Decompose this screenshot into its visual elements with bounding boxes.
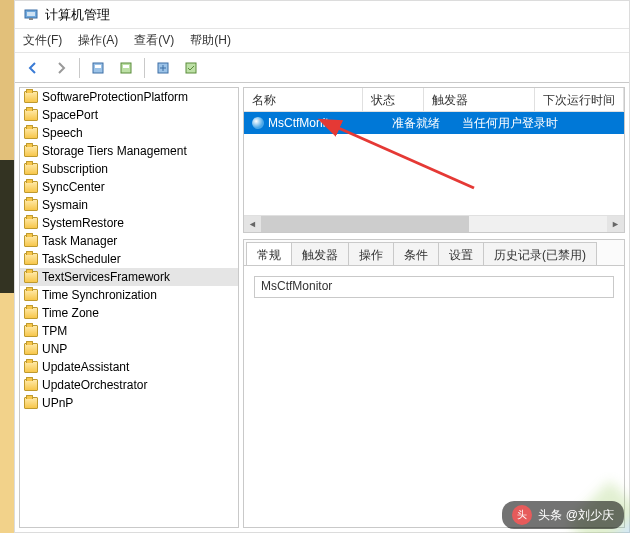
computer-management-window: 计算机管理 文件(F) 操作(A) 查看(V) 帮助(H) SoftwarePr… (14, 0, 630, 533)
tab-history[interactable]: 历史记录(已禁用) (483, 242, 597, 265)
forward-button[interactable] (49, 56, 73, 80)
tree-item[interactable]: Subscription (20, 160, 238, 178)
tree-item[interactable]: SoftwareProtectionPlatform (20, 88, 238, 106)
task-detail: 常规 触发器 操作 条件 设置 历史记录(已禁用) MsCtfMonitor (243, 239, 625, 528)
horizontal-scrollbar[interactable]: ◄ ► (244, 215, 624, 232)
tree-item-label: Sysmain (42, 198, 88, 212)
task-name-field[interactable]: MsCtfMonitor (254, 276, 614, 298)
task-list-header: 名称 状态 触发器 下次运行时间 (244, 88, 624, 112)
svg-rect-4 (95, 65, 101, 68)
col-nextrun[interactable]: 下次运行时间 (535, 88, 624, 111)
svg-rect-2 (29, 18, 33, 20)
tree-item[interactable]: Sysmain (20, 196, 238, 214)
folder-icon (24, 379, 38, 391)
folder-icon (24, 289, 38, 301)
tree-item[interactable]: UNP (20, 340, 238, 358)
tab-conditions[interactable]: 条件 (393, 242, 439, 265)
attribution-badge: 头 头条 @刘少庆 (502, 501, 624, 529)
folder-icon (24, 181, 38, 193)
tree-item[interactable]: UpdateOrchestrator (20, 376, 238, 394)
toolbar-button-2[interactable] (114, 56, 138, 80)
tree-item-label: UPnP (42, 396, 73, 410)
toolbar-button-3[interactable] (151, 56, 175, 80)
tree-item[interactable]: UPnP (20, 394, 238, 412)
tree-item-label: TPM (42, 324, 67, 338)
col-trigger[interactable]: 触发器 (424, 88, 535, 111)
tree-item[interactable]: TaskScheduler (20, 250, 238, 268)
folder-icon (24, 91, 38, 103)
tree-item-label: Time Synchronization (42, 288, 157, 302)
tree-item[interactable]: Time Synchronization (20, 286, 238, 304)
task-trigger: 当任何用户登录时 (454, 113, 584, 134)
tree-item[interactable]: Storage Tiers Management (20, 142, 238, 160)
col-status[interactable]: 状态 (363, 88, 424, 111)
toolbar (15, 53, 629, 83)
tree-item-label: TextServicesFramework (42, 270, 170, 284)
task-list: 名称 状态 触发器 下次运行时间 MsCtfMonitor准备就绪当任何用户登录… (243, 87, 625, 233)
scroll-track[interactable] (261, 216, 607, 232)
menu-view[interactable]: 查看(V) (134, 32, 174, 49)
tree-item[interactable]: Time Zone (20, 304, 238, 322)
task-icon (252, 117, 264, 129)
tree-item[interactable]: Speech (20, 124, 238, 142)
tab-general[interactable]: 常规 (246, 242, 292, 265)
tree-item[interactable]: SpacePort (20, 106, 238, 124)
tree-item[interactable]: TextServicesFramework (20, 268, 238, 286)
folder-icon (24, 217, 38, 229)
scroll-thumb[interactable] (261, 216, 469, 232)
menu-help[interactable]: 帮助(H) (190, 32, 231, 49)
menu-action[interactable]: 操作(A) (78, 32, 118, 49)
avatar-icon: 头 (512, 505, 532, 525)
folder-icon (24, 397, 38, 409)
left-thumbnail-strip (0, 0, 14, 533)
tree-item[interactable]: SyncCenter (20, 178, 238, 196)
folder-icon (24, 163, 38, 175)
folder-icon (24, 127, 38, 139)
folder-icon (24, 325, 38, 337)
tab-settings[interactable]: 设置 (438, 242, 484, 265)
tree-item[interactable]: TPM (20, 322, 238, 340)
task-status: 准备就绪 (384, 113, 454, 134)
tree-item-label: UpdateOrchestrator (42, 378, 147, 392)
col-name[interactable]: 名称 (244, 88, 363, 111)
tab-actions[interactable]: 操作 (348, 242, 394, 265)
toolbar-button-4[interactable] (179, 56, 203, 80)
tab-triggers[interactable]: 触发器 (291, 242, 349, 265)
tree-item-label: Storage Tiers Management (42, 144, 187, 158)
tree-item-label: SyncCenter (42, 180, 105, 194)
svg-rect-8 (186, 63, 196, 73)
client-area: SoftwareProtectionPlatformSpacePortSpeec… (15, 83, 629, 532)
svg-rect-6 (123, 65, 129, 68)
task-rows[interactable]: MsCtfMonitor准备就绪当任何用户登录时 (244, 112, 624, 215)
folder-icon (24, 235, 38, 247)
folder-icon (24, 109, 38, 121)
folder-icon (24, 307, 38, 319)
svg-rect-1 (27, 12, 35, 16)
tree-item[interactable]: UpdateAssistant (20, 358, 238, 376)
toolbar-separator (144, 58, 145, 78)
right-pane: 名称 状态 触发器 下次运行时间 MsCtfMonitor准备就绪当任何用户登录… (243, 87, 625, 528)
menu-file[interactable]: 文件(F) (23, 32, 62, 49)
tree-item[interactable]: Task Manager (20, 232, 238, 250)
attribution-text: 头条 @刘少庆 (538, 507, 614, 524)
task-name: MsCtfMonitor (268, 116, 339, 130)
folder-icon (24, 199, 38, 211)
folder-icon (24, 343, 38, 355)
task-row[interactable]: MsCtfMonitor准备就绪当任何用户登录时 (244, 112, 624, 134)
task-nextrun (584, 121, 624, 125)
detail-tabs: 常规 触发器 操作 条件 设置 历史记录(已禁用) (244, 240, 624, 266)
toolbar-separator (79, 58, 80, 78)
back-button[interactable] (21, 56, 45, 80)
tree-item-label: SpacePort (42, 108, 98, 122)
folder-icon (24, 253, 38, 265)
scroll-left-icon[interactable]: ◄ (244, 216, 261, 232)
scroll-right-icon[interactable]: ► (607, 216, 624, 232)
tree-pane[interactable]: SoftwareProtectionPlatformSpacePortSpeec… (19, 87, 239, 528)
toolbar-button-1[interactable] (86, 56, 110, 80)
tree-item-label: UNP (42, 342, 67, 356)
detail-body: MsCtfMonitor (244, 266, 624, 527)
tree-item-label: Speech (42, 126, 83, 140)
tree-item-label: TaskScheduler (42, 252, 121, 266)
tree-item[interactable]: SystemRestore (20, 214, 238, 232)
titlebar: 计算机管理 (15, 1, 629, 29)
